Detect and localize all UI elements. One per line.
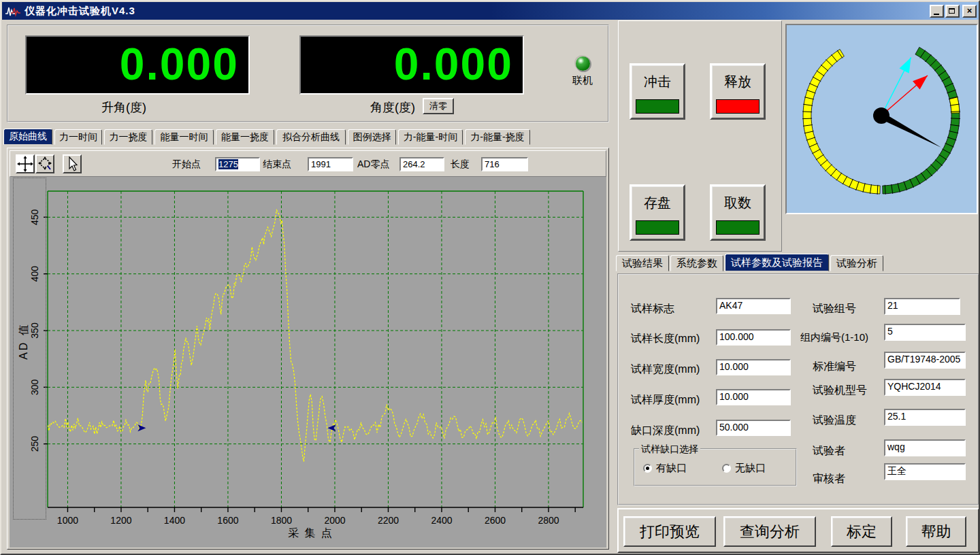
form-field-right-4[interactable]: 25.1 xyxy=(884,409,966,426)
y-axis-selection-box xyxy=(13,178,46,520)
form-field-right-3[interactable]: YQHCJ2014 xyxy=(884,379,966,396)
form-label-right-0: 试验组号 xyxy=(813,302,856,316)
chart-tab-5[interactable]: 拟合分析曲线 xyxy=(276,129,346,145)
x-tick-label: 2000 xyxy=(324,515,345,526)
chart-tab-8[interactable]: 力-能量-挠度 xyxy=(465,129,530,145)
chart-area[interactable]: 1000120014001600180020002200240026002800… xyxy=(10,177,606,548)
print-preview-button[interactable]: 打印预览 xyxy=(623,516,716,547)
chart-tab-bar: 原始曲线力一时间力一挠度能量一时间能量一挠度拟合分析曲线图例选择力-能量-时间力… xyxy=(3,129,532,145)
maximize-button[interactable] xyxy=(945,5,960,18)
impact-button-label: 冲击 xyxy=(632,73,683,91)
acquire-button[interactable]: 取数 xyxy=(710,184,766,241)
zoom-icon xyxy=(37,156,53,172)
form-label-left-3: 试样厚度(mm) xyxy=(631,393,700,407)
notch-radio-0[interactable]: 有缺口 xyxy=(643,462,687,475)
x-tick-label: 1200 xyxy=(110,515,131,526)
form-label-left-4: 缺口深度(mm) xyxy=(631,424,700,438)
clear-zero-button[interactable]: 清零 xyxy=(423,98,454,114)
toolbar-field-value-0: 1275 xyxy=(218,159,238,169)
right-tab-0[interactable]: 试验结果 xyxy=(616,255,669,271)
toolbar-field-input-0[interactable]: 1275 xyxy=(215,157,260,171)
form-field-left-0[interactable]: AK47 xyxy=(716,298,791,314)
form-field-left-2[interactable]: 10.000 xyxy=(716,359,791,375)
form-field-right-1[interactable]: 5 xyxy=(884,324,966,341)
radio-unselected-icon xyxy=(722,464,731,473)
form-label-right-1: 组内编号(1-10) xyxy=(800,331,868,344)
toolbar-field-value-1: 1991 xyxy=(311,159,331,169)
app-window: 仪器化冲击试验机V4.3 × 0.000 0.000 升角(度) 角度(度) 清… xyxy=(0,0,980,555)
notch-group-title: 试样缺口选择 xyxy=(639,443,700,456)
start-point-marker[interactable] xyxy=(137,424,146,431)
save-button-label: 存盘 xyxy=(632,194,683,212)
toolbar-field-input-3[interactable]: 716 xyxy=(481,157,528,171)
toolbar-field-value-2: 264.2 xyxy=(403,159,425,169)
form-label-right-4: 试验温度 xyxy=(813,414,856,428)
toolbar-field-input-2[interactable]: 264.2 xyxy=(399,157,444,171)
form-field-right-6[interactable]: 王全 xyxy=(884,463,966,480)
right-tab-1[interactable]: 系统参数 xyxy=(670,255,723,271)
app-icon xyxy=(5,5,21,17)
x-tick-label: 1800 xyxy=(271,515,292,526)
help-button[interactable]: 帮助 xyxy=(906,516,966,547)
chart-tab-1[interactable]: 力一时间 xyxy=(54,129,102,145)
form-field-right-2[interactable]: GB/T19748-2005 xyxy=(884,352,966,369)
form-field-left-1[interactable]: 100.000 xyxy=(716,329,791,346)
x-tick-label: 2400 xyxy=(431,515,452,526)
form-field-left-4[interactable]: 50.000 xyxy=(716,420,791,436)
chart-tab-3[interactable]: 能量一时间 xyxy=(154,129,214,145)
notch-radio-label-1: 无缺口 xyxy=(735,462,766,475)
chart-tab-6[interactable]: 图例选择 xyxy=(348,129,396,145)
form-label-right-6: 审核者 xyxy=(813,472,845,486)
raw-curve-chart: 1000120014001600180020002200240026002800… xyxy=(10,177,606,548)
right-tab-2[interactable]: 试样参数及试验报告 xyxy=(725,254,829,271)
chart-tab-7[interactable]: 力-能量-时间 xyxy=(398,129,463,145)
action-button-panel: 冲击释放存盘取数 xyxy=(618,20,782,252)
chart-toolbar: 开始点1275结束点1991AD零点264.2长度716 xyxy=(10,150,606,177)
red-needle-head xyxy=(913,75,928,89)
release-button[interactable]: 释放 xyxy=(710,63,766,120)
chart-panel: 开始点1275结束点1991AD零点264.2长度716 10001200140… xyxy=(7,148,609,550)
right-tab-3[interactable]: 试验分析 xyxy=(830,255,883,271)
toolbar-field-label-1: 结束点 xyxy=(263,158,291,171)
minimize-button[interactable] xyxy=(930,5,944,18)
close-button[interactable]: × xyxy=(962,5,977,18)
cyan-needle-head xyxy=(899,57,911,73)
notch-radio-1[interactable]: 无缺口 xyxy=(722,462,766,475)
form-field-right-0[interactable]: 21 xyxy=(884,298,960,315)
chart-tab-2[interactable]: 力一挠度 xyxy=(104,129,152,145)
zoom-tool-button[interactable] xyxy=(35,154,54,173)
toolbar-field-input-1[interactable]: 1991 xyxy=(308,157,353,171)
x-tick-label: 1400 xyxy=(164,515,185,526)
impact-button[interactable]: 冲击 xyxy=(630,63,685,120)
pan-tool-button[interactable] xyxy=(16,154,35,173)
toolbar-field-label-3: 长度 xyxy=(451,158,470,171)
angle-gauge xyxy=(787,25,977,213)
chart-tab-4[interactable]: 能量一挠度 xyxy=(216,129,274,145)
x-tick-label: 2600 xyxy=(485,515,506,526)
chart-tab-0[interactable]: 原始曲线 xyxy=(3,129,52,145)
toolbar-field-label-0: 开始点 xyxy=(172,158,201,171)
angle-display: 0.000 xyxy=(299,35,524,95)
window-title: 仪器化冲击试验机V4.3 xyxy=(24,5,135,18)
calibrate-button[interactable]: 标定 xyxy=(831,516,892,547)
save-button[interactable]: 存盘 xyxy=(630,184,685,241)
x-tick-label: 1600 xyxy=(217,515,238,526)
form-field-left-3[interactable]: 10.000 xyxy=(716,389,791,405)
cursor-tool-button[interactable] xyxy=(63,154,82,173)
minimize-icon xyxy=(934,14,939,15)
right-tab-bar: 试验结果系统参数试样参数及试验报告试验分析 xyxy=(616,254,885,271)
query-analysis-button[interactable]: 查询分析 xyxy=(723,516,816,547)
form-field-right-5[interactable]: wqg xyxy=(884,439,966,456)
x-tick-label: 2200 xyxy=(378,515,399,526)
sample-parameters-panel: 试样标志AK47试样长度(mm)100.000试样宽度(mm)10.000试样厚… xyxy=(617,273,979,505)
rise-angle-label: 升角(度) xyxy=(49,99,199,116)
save-button-indicator xyxy=(636,220,679,235)
form-label-right-2: 标准编号 xyxy=(813,360,856,374)
radio-selected-icon xyxy=(643,464,652,473)
form-label-right-3: 试验机型号 xyxy=(813,384,867,398)
maximize-icon xyxy=(949,8,955,14)
x-tick-label: 1000 xyxy=(57,515,78,526)
raw-signal-curve xyxy=(48,210,582,462)
acquire-button-indicator xyxy=(716,220,760,235)
notch-groupbox: 试样缺口选择有缺口无缺口 xyxy=(634,448,797,486)
